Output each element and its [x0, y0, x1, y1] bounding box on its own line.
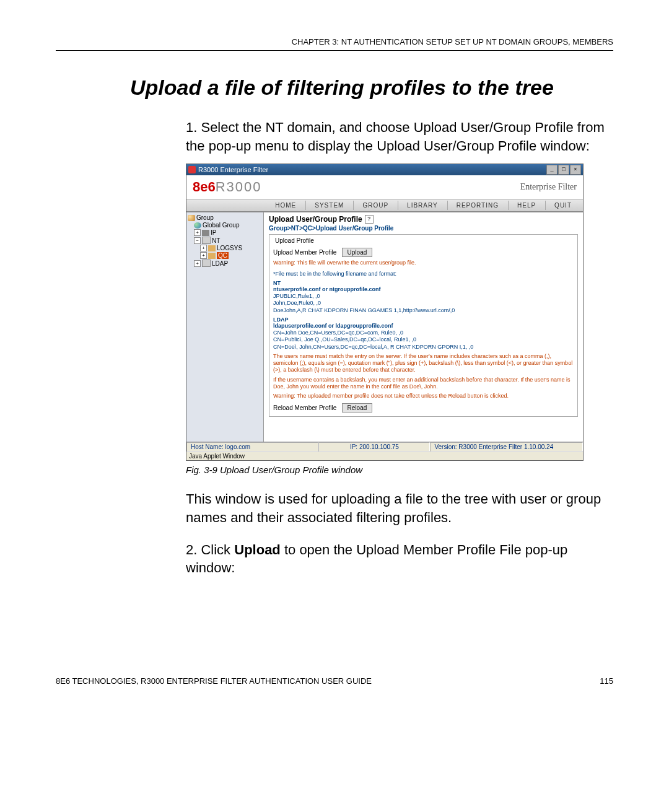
- breadcrumb: Group>NT>QC>Upload User/Group Profile: [269, 225, 578, 232]
- nt-header: NT: [273, 280, 574, 286]
- maximize-button[interactable]: □: [558, 165, 569, 175]
- tree-nt[interactable]: NT: [212, 237, 220, 244]
- expander-icon[interactable]: +: [194, 229, 201, 236]
- expander-icon[interactable]: −: [194, 237, 201, 244]
- reload-member-label: Reload Member Profile: [273, 404, 336, 411]
- app-window: R3000 Enterprise Filter _ □ × 8e6R3000 E…: [186, 164, 584, 461]
- nt-filename-line: ntuserprofile.conf or ntgroupprofile.con…: [273, 286, 574, 293]
- footer-left: 8E6 TECHNOLOGIES, R3000 ENTERPRISE FILTE…: [56, 676, 372, 686]
- status-hostname: Host Name: logo.com: [186, 442, 318, 452]
- step-2-prefix: 2. Click: [186, 542, 234, 557]
- menu-home[interactable]: HOME: [266, 201, 305, 210]
- sidebar-tree[interactable]: Group Global Group +IP −NT +LOGSYS +QC +…: [186, 212, 264, 442]
- globe-icon: [194, 222, 201, 229]
- backslash-note: If the username contains a backslash, yo…: [273, 377, 574, 391]
- close-button[interactable]: ×: [570, 165, 581, 175]
- ldap-example-3: CN=Doe\, John,CN=Users,DC=qc,DC=local,A,…: [273, 344, 574, 351]
- menu-reporting[interactable]: REPORTING: [447, 201, 507, 210]
- panel-title: Upload User/Group Profile: [269, 215, 362, 224]
- tree-ip[interactable]: IP: [211, 229, 216, 236]
- menubar: HOME SYSTEM GROUP LIBRARY REPORTING HELP…: [186, 199, 583, 212]
- nt-icon: [202, 237, 211, 244]
- ldap-example-2: CN=Public\, Joe Q.,OU=Sales,DC=qc,DC=loc…: [273, 336, 574, 343]
- name-match-rules: The users name must match the entry on t…: [273, 353, 574, 374]
- help-icon[interactable]: ?: [365, 215, 374, 224]
- step-1-text: 1. Select the NT domain, and choose Uplo…: [186, 118, 607, 155]
- step-2-text: 2. Click Upload to open the Upload Membe…: [186, 541, 607, 577]
- nt-example-2: John,Doe,Rule0, ,0: [273, 300, 574, 307]
- group-icon: [188, 215, 195, 221]
- ldap-header: LDAP: [273, 317, 574, 323]
- ldap-icon: [202, 260, 211, 267]
- ip-icon: [202, 230, 209, 236]
- minimize-button[interactable]: _: [546, 165, 558, 175]
- file-format-note: *File must be in the following filename …: [273, 271, 574, 277]
- status-version: Version: R3000 Enterprise Filter 1.10.00…: [430, 442, 583, 452]
- applet-status: Java Applet Window: [186, 452, 583, 460]
- content-panel: Upload User/Group Profile ? Group>NT>QC>…: [264, 212, 583, 442]
- warning-overwrite: Warning: This file will overwrite the cu…: [273, 260, 574, 266]
- menu-group[interactable]: GROUP: [353, 201, 397, 210]
- tree-logsys[interactable]: LOGSYS: [217, 245, 242, 251]
- nt-example-1: JPUBLIC,Rule1, ,0: [273, 293, 574, 300]
- users-icon: [208, 245, 216, 251]
- tree-root[interactable]: Group: [196, 214, 214, 221]
- status-ip: IP: 200.10.100.75: [318, 442, 430, 452]
- menu-quit[interactable]: QUIT: [545, 201, 580, 210]
- brand-strip: 8e6R3000 Enterprise Filter: [186, 175, 583, 199]
- menu-system[interactable]: SYSTEM: [305, 201, 352, 210]
- window-title: R3000 Enterprise Filter: [198, 166, 268, 173]
- nt-example-3: DoeJohn,A,R CHAT KDPORN FINAN GGAMES 1,1…: [273, 307, 574, 314]
- step-2-upload-bold: Upload: [234, 542, 281, 557]
- reload-button[interactable]: Reload: [342, 403, 373, 413]
- users-icon: [208, 253, 216, 259]
- expander-icon[interactable]: +: [194, 260, 201, 267]
- fieldset-legend: Upload Profile: [273, 237, 316, 244]
- running-head: CHAPTER 3: NT AUTHENTICATION SETUP SET U…: [56, 37, 613, 51]
- upload-profile-fieldset: Upload Profile Upload Member Profile Upl…: [269, 234, 578, 417]
- app-icon: [188, 166, 196, 173]
- page-number: 115: [600, 676, 613, 686]
- brand-subtitle: Enterprise Filter: [520, 182, 577, 192]
- expander-icon[interactable]: +: [200, 252, 207, 259]
- tree-global[interactable]: Global Group: [203, 222, 239, 229]
- ldap-example-1: CN=John Doe,CN=Users,DC=qc,DC=com, Rule0…: [273, 330, 574, 336]
- warning-reload: Warning: The uploaded member profile doe…: [273, 393, 574, 399]
- brand-logo-bold: 8e6: [193, 179, 216, 194]
- brand-logo-gray: R3000: [216, 179, 262, 194]
- titlebar: R3000 Enterprise Filter _ □ ×: [186, 164, 583, 175]
- tree-ldap[interactable]: LDAP: [212, 260, 228, 267]
- figure-caption: Fig. 3-9 Upload User/Group Profile windo…: [186, 465, 613, 475]
- menu-library[interactable]: LIBRARY: [398, 201, 447, 210]
- ldap-filename-line: ldapuserprofile.conf or ldapgroupprofile…: [273, 323, 574, 330]
- menu-help[interactable]: HELP: [508, 201, 544, 210]
- brand-logo: 8e6R3000: [193, 179, 262, 195]
- tree-qc-selected[interactable]: QC: [217, 252, 229, 259]
- statusbar: Host Name: logo.com IP: 200.10.100.75 Ve…: [186, 442, 583, 452]
- section-title: Upload a file of filtering profiles to t…: [130, 76, 613, 100]
- upload-button[interactable]: Upload: [342, 248, 373, 257]
- post-figure-paragraph: This window is used for uploading a file…: [186, 490, 607, 526]
- expander-icon[interactable]: +: [200, 245, 207, 251]
- upload-member-label: Upload Member Profile: [273, 249, 336, 256]
